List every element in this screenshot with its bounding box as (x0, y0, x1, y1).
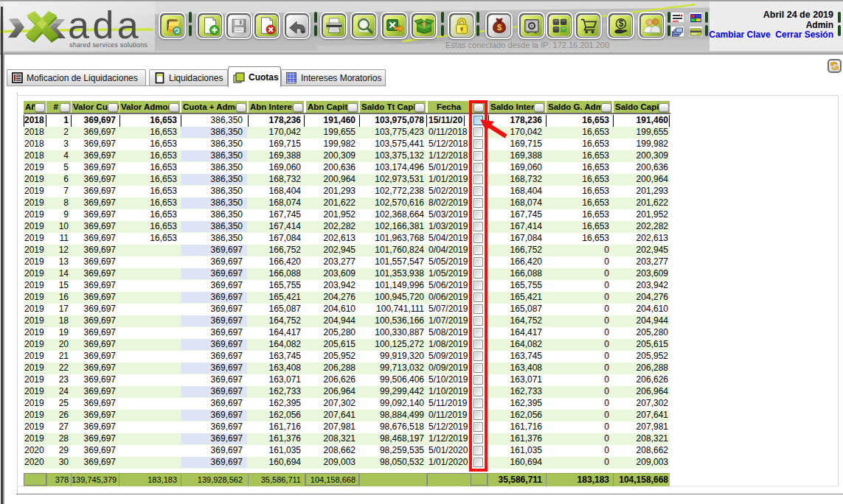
svg-text:ada: ada (68, 4, 142, 46)
svg-text:shared services solutions: shared services solutions (69, 41, 148, 49)
svg-text:$: $ (496, 22, 502, 31)
